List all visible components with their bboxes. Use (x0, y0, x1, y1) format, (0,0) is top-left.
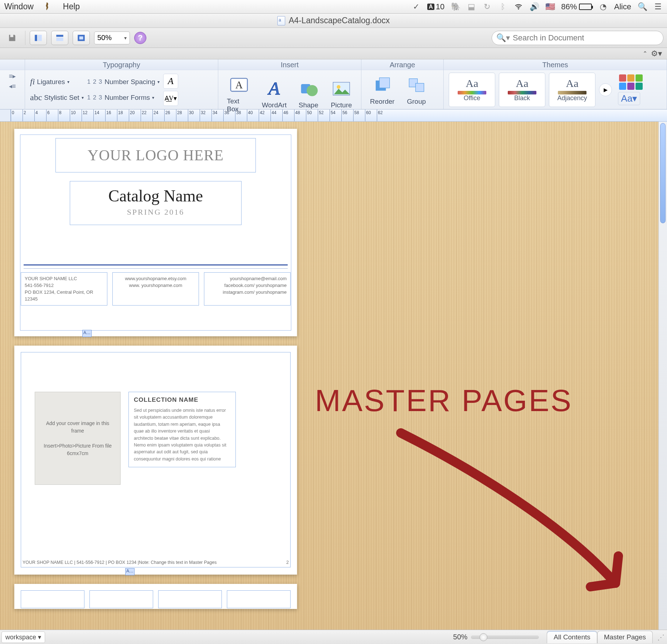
shape-button[interactable]: Shape (294, 76, 323, 111)
adobe-status[interactable]: A10 (427, 2, 444, 11)
ribbon-settings-button[interactable]: ⚙︎▾ (651, 49, 662, 58)
annotation-text: MASTER PAGES (315, 383, 573, 418)
status-zoom-label: 50% (453, 633, 467, 641)
workspace-menu[interactable]: workspace ▾ (1, 631, 45, 643)
ribbon-collapse-bar: ⌃ ⚙︎▾ (0, 48, 667, 59)
number-spacing-option[interactable]: 1 2 3Number Spacing▾ (87, 75, 160, 89)
svg-text:A: A (268, 78, 280, 98)
menu-help[interactable]: Help (63, 2, 80, 11)
footer-cell-2[interactable]: www.yourshopname.etsy.com www. yourshopn… (112, 272, 199, 306)
fullscreen-button[interactable] (73, 31, 90, 45)
logo-placeholder[interactable]: YOUR LOGO HERE (55, 138, 256, 172)
group-button[interactable]: Group (402, 73, 431, 107)
document-workspace: YOUR LOGO HERE Catalog Name SPRING 2016 … (0, 122, 667, 630)
window-titlebar: A4-LandscapeCatalog.docx (0, 14, 667, 28)
footer-cell-1[interactable]: YOUR SHOP NAME LLC 541-556-7912 PO BOX 1… (21, 272, 107, 306)
tab-all-contents[interactable]: All Contents (547, 631, 597, 643)
sidebar-toggle-button[interactable] (30, 31, 47, 45)
theme-colors-button[interactable] (619, 74, 643, 90)
page2-footer-text: YOUR SHOP NAME LLC | 541-556-7912 | PO B… (23, 560, 216, 565)
svg-point-11 (307, 85, 318, 96)
indent-right-button[interactable]: ◂≡ (9, 82, 16, 90)
page-1[interactable]: YOUR LOGO HERE Catalog Name SPRING 2016 … (14, 129, 297, 336)
kerning-button[interactable]: A͟V▾ (163, 91, 178, 106)
svg-point-13 (337, 85, 340, 89)
group-insert-label: Insert (218, 59, 361, 70)
page-3[interactable] (14, 584, 297, 609)
timemachine-icon[interactable]: ↻ (482, 2, 492, 11)
document-icon (277, 16, 285, 25)
wordart-button[interactable]: A WordArt (258, 76, 290, 111)
picture-button[interactable]: Picture (327, 76, 356, 111)
catalog-title-box[interactable]: Catalog Name SPRING 2016 (70, 181, 242, 225)
zoom-slider[interactable] (471, 635, 539, 639)
page-2[interactable]: Add your cover image in this frame Inser… (14, 346, 297, 575)
theme-fonts-button[interactable]: Aa▾ (618, 92, 641, 105)
svg-point-0 (518, 8, 519, 9)
svg-text:A: A (235, 79, 243, 91)
indent-left-button[interactable]: ≡▸ (9, 72, 16, 80)
theme-adjacency[interactable]: Aa Adjacency (549, 73, 595, 107)
notification-center-icon[interactable]: ☰ (653, 2, 663, 11)
search-input[interactable] (513, 33, 659, 43)
vertical-scrollbar[interactable] (658, 122, 667, 630)
status-bar: workspace ▾ 50% All Contents Master Page… (0, 630, 667, 644)
textbox-button[interactable]: A Text Box (223, 72, 255, 114)
document-search[interactable]: 🔍▾ (492, 31, 663, 45)
group-themes-label: Themes (444, 59, 667, 70)
user-menu[interactable]: Alice (614, 2, 631, 11)
master-page-marker[interactable]: A… (82, 330, 92, 337)
footer-cell-3[interactable]: yourshopname@email.com facebook.com/ you… (204, 272, 291, 306)
flag-icon[interactable]: 🇺🇸 (545, 2, 555, 11)
svg-rect-2 (38, 35, 42, 41)
theme-office[interactable]: Aa Office (449, 73, 495, 107)
status-check-icon[interactable]: ✓ (412, 2, 421, 11)
svg-rect-6 (79, 36, 83, 39)
volume-icon[interactable]: 🔊 (530, 2, 539, 11)
svg-rect-17 (415, 83, 424, 91)
quick-toolbar: 50% ? 🔍▾ (0, 28, 667, 48)
battery-status[interactable]: 86% (561, 2, 592, 11)
mac-menubar: Window Help ✓ A10 🐘 ⬓ ↻ ᛒ 🔊 🇺🇸 86% ◔ Ali… (0, 0, 667, 14)
number-forms-option[interactable]: 1 2 3Number Forms▾ (87, 91, 160, 105)
document-title: A4-LandscapeCatalog.docx (289, 16, 390, 25)
group-arrange-label: Arrange (361, 59, 443, 70)
dropbox-icon[interactable]: ⬓ (467, 2, 476, 11)
svg-rect-3 (56, 35, 63, 36)
reorder-button[interactable]: Reorder (366, 73, 398, 107)
menu-window[interactable]: Window (4, 2, 34, 11)
search-icon: 🔍▾ (496, 33, 510, 43)
master-page-marker-2[interactable]: A… (125, 568, 135, 575)
theme-black[interactable]: Aa Black (499, 73, 545, 107)
layout-view-button[interactable] (51, 31, 68, 45)
svg-rect-4 (56, 37, 63, 41)
page2-number: 2 (286, 560, 289, 565)
tab-master-pages[interactable]: Master Pages (597, 631, 653, 643)
zoom-select[interactable]: 50% (94, 31, 130, 44)
svg-rect-1 (35, 35, 37, 41)
font-style-button[interactable]: A (163, 74, 178, 89)
annotation-arrow (386, 426, 644, 612)
ribbon: ≡▸ ◂≡ Typography fiLigatures▾ abcStylist… (0, 59, 667, 109)
collection-text-frame[interactable]: COLLECTION NAME Sed ut perspiciatis unde… (128, 392, 236, 467)
collapse-ribbon-button[interactable]: ⌃ (643, 50, 647, 57)
clock-icon[interactable]: ◔ (598, 2, 608, 11)
stylistic-set-option[interactable]: abcStylistic Set▾ (30, 91, 84, 105)
wifi-icon[interactable] (514, 2, 523, 11)
spotlight-icon[interactable]: 🔍 (638, 2, 647, 11)
scripts-menu-icon[interactable] (44, 2, 53, 11)
save-dropdown[interactable] (4, 31, 21, 45)
horizontal-ruler[interactable]: 0246810121416182022242628303234363840424… (0, 109, 667, 122)
evernote-icon[interactable]: 🐘 (451, 2, 460, 11)
help-button[interactable]: ? (134, 32, 146, 44)
themes-scroll-button[interactable]: ▸ (599, 83, 612, 96)
ligatures-option[interactable]: fiLigatures▾ (30, 75, 84, 89)
cover-image-frame[interactable]: Add your cover image in this frame Inser… (35, 392, 121, 485)
group-typography-label: Typography (25, 59, 218, 70)
resize-grip-icon[interactable]: ⋰ (656, 633, 666, 641)
bluetooth-icon[interactable]: ᛒ (498, 2, 507, 11)
svg-rect-15 (380, 78, 390, 88)
